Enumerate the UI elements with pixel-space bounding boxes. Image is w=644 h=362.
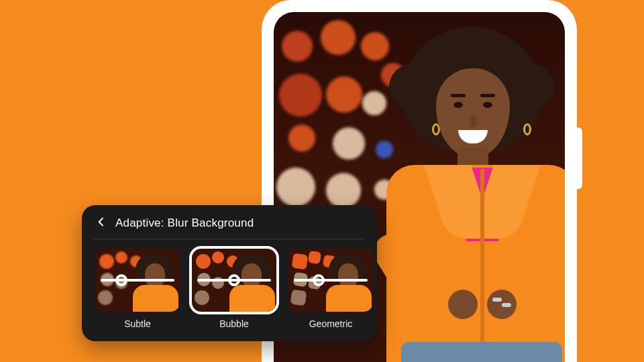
blur-background-panel: Adaptive: Blur Background Subtle: [82, 205, 377, 341]
preset-geometric[interactable]: Geometric: [288, 249, 373, 329]
panel-title: Adaptive: Blur Background: [115, 217, 254, 230]
back-button[interactable]: [94, 216, 109, 231]
preset-subtle-thumb: [95, 249, 180, 312]
photo-subject-person: [374, 27, 565, 362]
preset-geometric-label: Geometric: [288, 318, 373, 329]
phone-side-button: [574, 127, 582, 189]
preset-geometric-thumb: [288, 249, 373, 312]
preset-subtle[interactable]: Subtle: [95, 249, 180, 329]
preset-list: Subtle Bubble: [94, 249, 365, 329]
preset-subtle-label: Subtle: [95, 318, 180, 329]
preset-bubble-thumb: [192, 249, 276, 312]
preset-bubble-label: Bubble: [192, 318, 276, 329]
promo-stage: Adaptive: Blur Background Subtle: [0, 0, 644, 362]
chevron-left-icon: [96, 217, 107, 230]
preset-bubble[interactable]: Bubble: [192, 249, 276, 329]
panel-header: Adaptive: Blur Background: [94, 216, 365, 239]
